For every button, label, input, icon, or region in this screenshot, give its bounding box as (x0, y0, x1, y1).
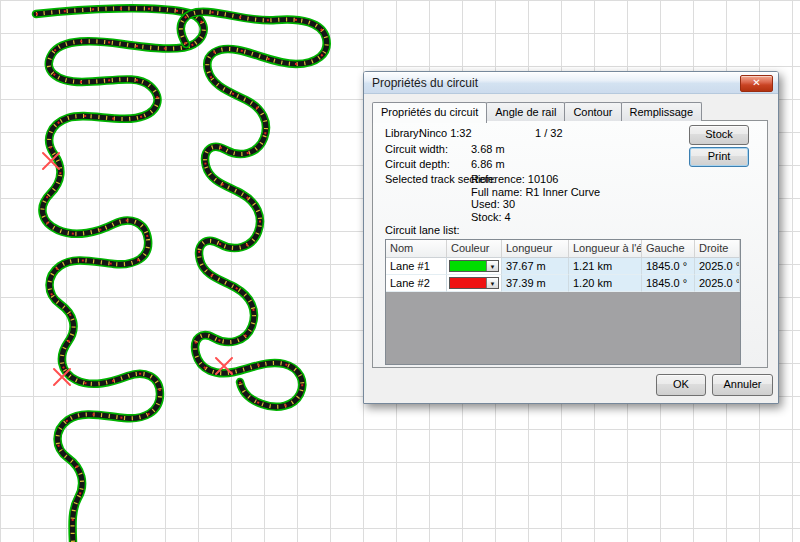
lane2-left-turns: 1845.0 ° (642, 275, 695, 292)
close-icon: ✕ (752, 77, 760, 88)
column-header-droite[interactable]: Droite (695, 240, 740, 257)
track-layout[interactable] (36, 8, 327, 542)
track-left-bed (36, 8, 204, 542)
library-label: Library: (385, 127, 422, 139)
dialog-title: Propriétés du circuit (372, 76, 478, 90)
tab-angle-de-rail[interactable]: Angle de rail (486, 102, 565, 121)
column-header-nom[interactable]: Nom (386, 240, 447, 257)
lane2-length: 37.39 m (502, 275, 569, 292)
tab-remplissage[interactable]: Remplissage (621, 102, 703, 121)
chevron-down-icon[interactable]: ▼ (486, 261, 498, 271)
circuit-width-label: Circuit width: (385, 143, 448, 155)
lane1-name: Lane #1 (386, 258, 447, 275)
track-left-edge (36, 8, 204, 542)
column-header-gauche[interactable]: Gauche (642, 240, 695, 257)
track-left-lane2-marks (36, 8, 204, 542)
close-button[interactable]: ✕ (740, 75, 773, 92)
circuit-properties-dialog: Propriétés du circuit ✕ Propriétés du ci… (363, 71, 779, 404)
circuit-depth-value: 6.86 m (471, 158, 505, 170)
track-mid-edge (181, 12, 327, 407)
lane-table-header: Nom Couleur Longueur Longueur à l'é... G… (386, 240, 740, 258)
column-header-longueur-echelle[interactable]: Longueur à l'é... (569, 240, 642, 257)
lane1-length: 37.67 m (502, 258, 569, 275)
print-button[interactable]: Print (689, 147, 749, 167)
tab-proprietes-du-circuit[interactable]: Propriétés du circuit (372, 102, 487, 123)
lane-list-label: Circuit lane list: (385, 224, 460, 236)
lane-list-table: Nom Couleur Longueur Longueur à l'é... G… (385, 239, 741, 365)
lane2-length-scale: 1.20 km (569, 275, 642, 292)
selected-full-name: Full name: R1 Inner Curve (471, 186, 600, 199)
lane2-color-cell: ▼ (447, 275, 502, 292)
lane1-length-scale: 1.21 km (569, 258, 642, 275)
tab-contour[interactable]: Contour (564, 102, 621, 121)
track-editor-canvas[interactable]: Propriétés du circuit ✕ Propriétés du ci… (0, 0, 800, 542)
selected-reference: Reference: 10106 (471, 173, 600, 186)
column-header-couleur[interactable]: Couleur (447, 240, 502, 257)
stock-button[interactable]: Stock (689, 125, 749, 145)
dialog-tabs: Propriétés du circuit Angle de rail Cont… (372, 102, 701, 121)
selected-stock: Stock: 4 (471, 211, 600, 224)
ok-button[interactable]: OK (656, 374, 706, 396)
selected-used: Used: 30 (471, 198, 600, 211)
cancel-button[interactable]: Annuler (712, 374, 773, 396)
library-count: 1 / 32 (535, 127, 563, 139)
dialog-titlebar[interactable]: Propriétés du circuit ✕ (364, 72, 778, 94)
lane1-left-turns: 1845.0 ° (642, 258, 695, 275)
circuit-depth-label: Circuit depth: (385, 158, 450, 170)
lane2-color-swatch[interactable]: ▼ (449, 277, 499, 289)
lane2-right-turns: 2025.0 ° (695, 275, 740, 292)
lane2-name: Lane #2 (386, 275, 447, 292)
lane1-right-turns: 2025.0 ° (695, 258, 740, 275)
column-header-longueur[interactable]: Longueur (502, 240, 569, 257)
lane1-color-swatch[interactable]: ▼ (449, 260, 499, 272)
chevron-down-icon[interactable]: ▼ (486, 278, 498, 288)
tab-page-properties: Library: Ninco 1:32 1 / 32 Circuit width… (372, 120, 768, 368)
circuit-width-value: 3.68 m (471, 143, 505, 155)
selected-section-details: Reference: 10106 Full name: R1 Inner Cur… (471, 173, 600, 223)
lane1-color-cell: ▼ (447, 258, 502, 275)
library-value: Ninco 1:32 (419, 127, 472, 139)
lane-row-1[interactable]: Lane #1 ▼ 37.67 m 1.21 km 1845.0 ° 2025.… (386, 258, 740, 275)
lane-row-2[interactable]: Lane #2 ▼ 37.39 m 1.20 km 1845.0 ° 2025.… (386, 275, 740, 292)
track-left-ties (36, 8, 204, 542)
